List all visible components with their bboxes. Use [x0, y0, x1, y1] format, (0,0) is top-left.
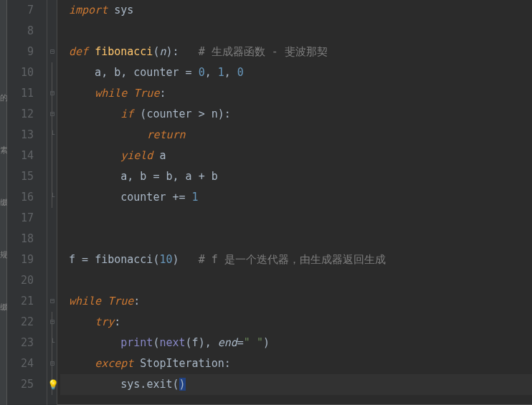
fold-guide-line: [52, 83, 52, 104]
token-op: +=: [173, 191, 192, 204]
token-txt: [69, 336, 120, 349]
token-op: ):: [218, 108, 231, 120]
code-line[interactable]: [60, 229, 532, 249]
token-txt: [69, 128, 146, 141]
token-txt: b: [212, 170, 218, 183]
code-line[interactable]: [60, 270, 532, 291]
token-num: 0: [237, 66, 244, 79]
line-number[interactable]: 22: [7, 312, 34, 333]
line-number[interactable]: 16: [7, 187, 34, 208]
token-txt: [69, 87, 95, 100]
line-number[interactable]: 11: [7, 83, 34, 104]
token-op: :: [133, 295, 140, 308]
fold-guide-line: [52, 187, 52, 208]
token-op: (: [186, 336, 192, 349]
line-number-gutter[interactable]: 78910111213141516171819202122232425: [7, 0, 47, 405]
token-kw: if: [120, 108, 140, 120]
strip-char: 缀: [0, 302, 6, 313]
fold-collapse-icon[interactable]: ⊟: [49, 48, 56, 55]
fold-collapse-icon[interactable]: ⊟: [49, 110, 56, 118]
code-line[interactable]: try:: [60, 312, 532, 333]
code-line[interactable]: import sys: [60, 0, 532, 21]
code-line[interactable]: counter += 1: [60, 187, 532, 208]
token-txt: b: [140, 170, 153, 183]
line-number[interactable]: 19: [7, 249, 34, 270]
code-line[interactable]: [60, 208, 532, 229]
token-op: ,: [205, 66, 218, 79]
token-op: =: [153, 170, 166, 183]
token-txt: [69, 315, 95, 328]
token-op: ,: [205, 336, 218, 349]
fold-guide-line: [52, 62, 52, 83]
token-op: ):: [166, 45, 198, 58]
fold-end-icon: └: [49, 339, 56, 346]
line-number[interactable]: 23: [7, 333, 34, 353]
code-line[interactable]: while True:: [60, 291, 532, 312]
token-op: :: [224, 357, 231, 370]
token-txt: f: [69, 253, 82, 266]
token-num: 1: [192, 191, 199, 204]
code-line[interactable]: yield a: [60, 146, 532, 166]
line-number[interactable]: 14: [7, 146, 34, 166]
token-op: =: [237, 336, 244, 349]
strip-char: 的: [0, 92, 6, 103]
fold-guide-line: [52, 125, 52, 146]
line-number[interactable]: 10: [7, 62, 34, 83]
fold-guide-line: [52, 146, 52, 166]
token-txt: b: [166, 170, 172, 183]
fold-collapse-icon[interactable]: ⊟: [49, 318, 56, 325]
line-number[interactable]: 25: [7, 374, 34, 395]
token-txt: n: [212, 108, 218, 120]
code-line[interactable]: [60, 21, 532, 42]
line-number[interactable]: 18: [7, 229, 34, 249]
code-line[interactable]: 💡 sys.exit(): [60, 374, 532, 395]
code-line[interactable]: def fibonacci(n): # 生成器函数 - 斐波那契: [60, 42, 532, 62]
code-line[interactable]: return: [60, 125, 532, 146]
fold-collapse-icon[interactable]: ⊟: [49, 297, 56, 305]
token-txt: counter: [146, 108, 198, 120]
token-kw: True: [133, 87, 159, 100]
line-number[interactable]: 9: [7, 42, 34, 62]
token-num: 0: [199, 66, 205, 79]
token-op: =: [82, 253, 95, 266]
intention-bulb-icon[interactable]: 💡: [47, 374, 59, 395]
token-txt: [69, 108, 120, 120]
token-op: >: [199, 108, 212, 120]
code-line[interactable]: f = fibonacci(10) # f 是一个迭代器，由生成器返回生成: [60, 249, 532, 270]
code-line[interactable]: except StopIteration:: [60, 353, 532, 374]
line-number[interactable]: 7: [7, 0, 34, 21]
line-number[interactable]: 20: [7, 270, 34, 291]
line-number[interactable]: 21: [7, 291, 34, 312]
fold-guide-line: [52, 333, 52, 353]
line-number[interactable]: 15: [7, 166, 34, 187]
token-param: end: [218, 336, 237, 349]
token-txt: [69, 357, 95, 370]
fold-collapse-icon[interactable]: ⊟: [49, 90, 56, 97]
line-number[interactable]: 17: [7, 208, 34, 229]
line-number[interactable]: 8: [7, 21, 34, 42]
token-kw: True: [108, 295, 133, 308]
line-number[interactable]: 24: [7, 353, 34, 374]
token-op: ,: [127, 170, 140, 183]
fold-end-icon: └: [49, 194, 56, 201]
line-number[interactable]: 12: [7, 104, 34, 125]
token-op: ,: [224, 66, 237, 79]
code-line[interactable]: a, b = b, a + b: [60, 166, 532, 187]
fold-gutter[interactable]: ⊟⊟⊟└└⊟⊟└⊟└: [47, 0, 57, 405]
token-num: 1: [218, 66, 224, 79]
line-number[interactable]: 13: [7, 125, 34, 146]
token-txt: counter: [133, 66, 185, 79]
token-kw: return: [146, 128, 185, 141]
token-kw: except: [95, 357, 140, 370]
token-kw: while: [69, 295, 108, 308]
code-line[interactable]: if (counter > n):: [60, 104, 532, 125]
fold-collapse-icon[interactable]: ⊟: [49, 360, 56, 367]
code-line[interactable]: print(next(f), end=" "): [60, 333, 532, 353]
code-editor[interactable]: import sysdef fibonacci(n): # 生成器函数 - 斐波…: [57, 0, 532, 405]
code-line[interactable]: a, b, counter = 0, 1, 0: [60, 62, 532, 83]
code-line[interactable]: while True:: [60, 83, 532, 104]
cursor-selection: ): [179, 378, 186, 391]
token-num: 10: [159, 253, 172, 266]
token-txt: a: [186, 170, 199, 183]
token-op: ,: [120, 66, 133, 79]
